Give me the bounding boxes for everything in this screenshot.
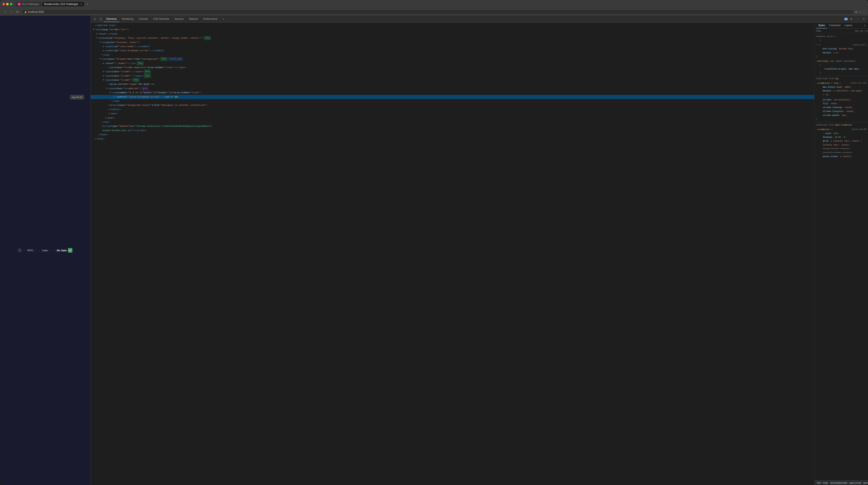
html-line-body[interactable]: ▼ <body style="display: flex; justify-co… [91, 36, 814, 40]
crumb-rpg-link[interactable]: RPG [27, 249, 33, 252]
html-line-svg-inner[interactable]: ▼ <svg viewBox="0 0 24 24" width="24" he… [91, 91, 814, 95]
rule-source-star[interactable]: style.css:1 [853, 43, 866, 47]
html-line-svg-close[interactable]: </svg> [91, 53, 814, 57]
html-line-a-home[interactable]: ▶ <a href="./home/">…</a> flex [91, 61, 814, 65]
tab-console[interactable]: Console [136, 16, 150, 22]
html-line-head[interactable]: ▶ <head>…</head> [91, 32, 814, 36]
html-line-script[interactable]: <script type="module" src="chrome-extens… [91, 124, 814, 128]
tab-gui-challenges[interactable]: G GUI Challenges [16, 2, 41, 6]
html-line-use[interactable]: ··· ▶ <use href="#icon-dropdown-arrow">…… [91, 95, 814, 99]
html-line-crumb1[interactable]: ▶ <span class="crumb">…</span> flex [91, 69, 814, 74]
crumb-icon-box[interactable] [68, 248, 72, 253]
extensions-icon[interactable]: ⊕ [855, 10, 858, 13]
html-line-svg-defs[interactable]: ▼ <svg style="display: none;"> [91, 40, 814, 45]
styles-panel: Styles Computed Layout » Filter :hov .cl… [814, 23, 868, 485]
html-line-crumbicon-open[interactable]: ▼ <span class="crumbicon"> grid [91, 86, 814, 91]
tab-styles[interactable]: Styles [816, 23, 827, 28]
tab-more[interactable]: » [220, 16, 227, 22]
devtools-right-actions: 1 ⚙ ⋮ ✕ [844, 17, 866, 22]
html-line-crumb2[interactable]: ▶ <span class="crumb">…</span> flex [91, 74, 814, 78]
tab-performance[interactable]: Performance [201, 16, 220, 22]
close-button[interactable] [2, 3, 5, 5]
maximize-button[interactable] [10, 3, 12, 5]
path-html[interactable]: html [816, 481, 822, 484]
html-line-symbol-arrow[interactable]: ▶ <symbol id="icon-dropdown-arrow">…</sy… [91, 49, 814, 53]
tab-computed[interactable]: Computed [827, 23, 842, 28]
url-bar[interactable]: 🔒 localhost:3000 [22, 10, 854, 14]
badge-flex-crumb-open[interactable]: flex [132, 78, 140, 82]
bookmark-icon[interactable]: ☆ [859, 10, 861, 13]
html-line-nav-close[interactable]: </nav> [91, 120, 814, 124]
filter-add-icon[interactable]: + [864, 30, 865, 32]
html-line-body-close[interactable]: </body> [91, 133, 814, 137]
prop-fill: fill [819, 102, 828, 105]
styles-content[interactable]: element.style { } * { style.css:1 [814, 33, 868, 480]
settings-icon[interactable]: ⚙ [849, 17, 854, 22]
prop-stroke: stroke [819, 98, 831, 101]
badge-flex[interactable]: flex [204, 36, 211, 40]
filter-label: Filter [816, 30, 821, 32]
html-line-symbol-home[interactable]: ▶ <symbol id="icon-home">…</symbol> [91, 45, 814, 49]
tab-rendering[interactable]: Rendering [120, 16, 136, 22]
badge-scroll[interactable]: scroll-snap [168, 57, 183, 61]
crumb-rpg[interactable]: RPG [27, 249, 36, 252]
path-span-crumb[interactable]: span.crumb [849, 481, 862, 484]
crumb-indie[interactable]: Indie [42, 249, 51, 252]
html-line-a-current[interactable]: <a aria-current="page">On Sale</a> [91, 82, 814, 86]
new-tab-button[interactable]: + [85, 2, 90, 7]
html-line-separator[interactable]: <span class="crumb-separator" aria-hidde… [91, 65, 814, 69]
html-line-select[interactable]: <select class="disguised-select" title="… [91, 103, 814, 107]
html-line-nav[interactable]: ▼ <nav class="breadcrumbs" role="navigat… [91, 57, 814, 61]
badge-flex-nav[interactable]: flex [160, 57, 167, 61]
menu-icon[interactable]: ⋮ [863, 10, 866, 13]
badge-flex-crumb1[interactable]: flex [144, 70, 151, 74]
tab-layout[interactable]: Layout [842, 23, 854, 28]
tab-network[interactable]: Network [187, 16, 200, 22]
tab-elements[interactable]: Elements [104, 16, 119, 22]
refresh-button[interactable]: ↻ [15, 9, 20, 15]
filter-expand-icon[interactable]: ⊡ [866, 30, 868, 32]
tab-close-icon[interactable]: ✕ [81, 3, 82, 5]
style-rule-element: element.style { } [814, 34, 868, 43]
path-nav[interactable]: nav.breadcrumbs [830, 481, 848, 484]
svg-rect-0 [100, 18, 102, 20]
styles-more-icon[interactable]: » [863, 23, 866, 28]
tab-css-overview[interactable]: CSS Overview [151, 16, 172, 22]
path-body[interactable]: body [823, 481, 829, 484]
rule-source-crumbicon2[interactable]: style.css:96 [851, 127, 866, 131]
html-line-svg-inner-close[interactable]: </svg> [91, 99, 814, 103]
elements-panel[interactable]: <!DOCTYPE html> ▼ <html lang="en" dir="l… [91, 23, 814, 485]
traffic-lights [2, 3, 12, 5]
back-button[interactable]: ‹ [2, 9, 8, 15]
badge-flex-crumb2[interactable]: flex [144, 74, 151, 78]
html-line-crumb-close[interactable]: </span> [91, 116, 814, 120]
path-span-crumbicon[interactable]: span.crumbicon [863, 481, 868, 484]
html-line-html[interactable]: ▼ <html lang="en" dir="ltr" > [91, 28, 814, 32]
tabs-bar: G GUI Challenges Breadcrumbs | GUI Chall… [16, 2, 866, 7]
crumb-home-link[interactable] [18, 249, 21, 252]
responsive-mode-icon[interactable] [98, 17, 103, 22]
inspect-element-icon[interactable] [92, 17, 98, 22]
filter-hov-button[interactable]: :hov [855, 30, 859, 32]
crumb-indie-link[interactable]: Indie [42, 249, 48, 252]
minimize-button[interactable] [6, 3, 9, 5]
html-line-select-close[interactable]: </select> [91, 108, 814, 112]
filter-cls-button[interactable]: .cls [860, 30, 863, 32]
more-options-icon[interactable]: ⋮ [855, 17, 860, 22]
html-line-doctype[interactable]: <!DOCTYPE html> [91, 24, 814, 28]
rule-selector-not-svg: :not(svg) [816, 60, 830, 62]
html-line-crumb-open[interactable]: ▼ <span class="crumb"> flex [91, 78, 814, 82]
filter-input[interactable] [822, 29, 853, 32]
forward-button[interactable]: › [9, 9, 14, 15]
styles-filter: Filter :hov .cls + ⊡ [814, 29, 868, 33]
html-line-crumbicon-close[interactable]: </span> [91, 112, 814, 116]
html-line-html-close[interactable]: </html> [91, 137, 814, 141]
expand-arrow: ▶ [96, 32, 98, 35]
badge-flex-a[interactable]: flex [137, 61, 144, 65]
rule-source-crumbicon[interactable]: style.css:142 [850, 81, 866, 85]
badge-grid[interactable]: grid [142, 87, 149, 90]
tab-sources[interactable]: Sources [172, 16, 186, 22]
html-line-script-cont[interactable]: oolbar/bundle.min.js"></script> [91, 129, 814, 133]
close-devtools-icon[interactable]: ✕ [861, 17, 866, 22]
tab-breadcrumbs[interactable]: Breadcrumbs | GUI Challenges ✕ [42, 2, 84, 6]
